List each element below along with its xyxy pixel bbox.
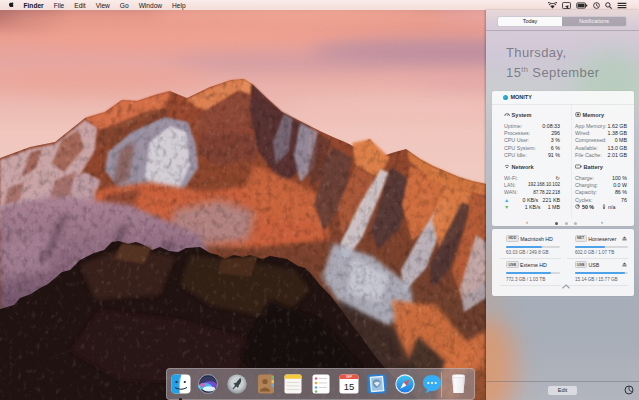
svg-text:SEP: SEP [346,375,352,379]
svg-text:15: 15 [344,380,355,391]
